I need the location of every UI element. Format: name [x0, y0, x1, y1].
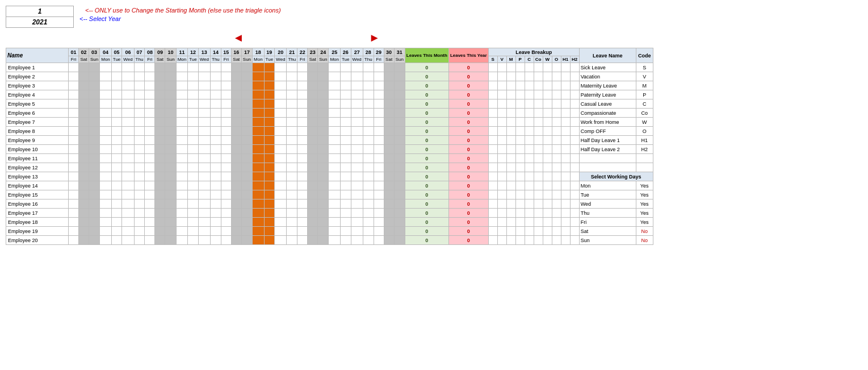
day-cell-emp4-day7[interactable]: [134, 90, 145, 99]
day-cell-emp16-day3[interactable]: [89, 199, 100, 209]
leave-code-cell-emp9-3[interactable]: [515, 136, 525, 145]
day-cell-emp20-day26[interactable]: [341, 236, 351, 245]
day-cell-emp13-day23[interactable]: [308, 172, 318, 181]
day-cell-emp16-day23[interactable]: [308, 199, 318, 209]
leave-code-cell-emp10-2[interactable]: [506, 145, 515, 154]
day-cell-emp7-day29[interactable]: [374, 118, 384, 127]
leave-code-cell-emp1-1[interactable]: [497, 63, 506, 72]
day-cell-emp16-day10[interactable]: [165, 199, 176, 209]
day-cell-emp10-day31[interactable]: [394, 145, 405, 154]
leave-code-cell-emp14-0[interactable]: [488, 181, 497, 190]
day-cell-emp5-day7[interactable]: [134, 99, 145, 109]
day-cell-emp4-day1[interactable]: [69, 90, 79, 99]
leave-code-cell-emp2-9[interactable]: [570, 72, 579, 81]
day-cell-emp12-day28[interactable]: [363, 163, 374, 172]
day-cell-emp17-day26[interactable]: [341, 209, 351, 218]
day-cell-emp3-day4[interactable]: [100, 81, 112, 90]
day-cell-emp3-day5[interactable]: [111, 81, 122, 90]
leave-code-cell-emp1-0[interactable]: [488, 63, 497, 72]
leave-code-cell-emp4-2[interactable]: [506, 90, 515, 99]
leave-code-cell-emp7-8[interactable]: [561, 118, 570, 127]
day-cell-emp1-day30[interactable]: [384, 63, 394, 72]
day-cell-emp10-day15[interactable]: [221, 145, 231, 154]
leave-code-cell-emp14-6[interactable]: [543, 181, 552, 190]
leave-code-cell-emp10-5[interactable]: [534, 145, 543, 154]
leave-code-cell-emp15-3[interactable]: [515, 190, 525, 199]
day-cell-emp20-day28[interactable]: [363, 236, 374, 245]
day-cell-emp7-day17[interactable]: [241, 118, 252, 127]
day-cell-emp1-day13[interactable]: [198, 63, 210, 72]
day-cell-emp3-day8[interactable]: [145, 81, 155, 90]
day-cell-emp11-day7[interactable]: [134, 154, 145, 163]
day-cell-emp15-day14[interactable]: [211, 190, 221, 199]
day-cell-emp6-day6[interactable]: [122, 109, 134, 118]
day-cell-emp13-day16[interactable]: [231, 172, 241, 181]
day-cell-emp2-day22[interactable]: [297, 72, 308, 81]
day-cell-emp11-day6[interactable]: [122, 154, 134, 163]
leave-code-cell-emp2-2[interactable]: [506, 72, 515, 81]
day-cell-emp20-day15[interactable]: [221, 236, 231, 245]
day-cell-emp18-day28[interactable]: [363, 218, 374, 227]
day-cell-emp3-day28[interactable]: [363, 81, 374, 90]
day-cell-emp1-day6[interactable]: [122, 63, 134, 72]
day-cell-emp7-day6[interactable]: [122, 118, 134, 127]
day-cell-emp9-day9[interactable]: [155, 136, 165, 145]
day-cell-emp12-day20[interactable]: [275, 163, 287, 172]
leave-code-cell-emp20-0[interactable]: [488, 236, 497, 245]
day-cell-emp18-day31[interactable]: [394, 218, 405, 227]
day-cell-emp6-day14[interactable]: [211, 109, 221, 118]
leave-code-cell-emp18-2[interactable]: [506, 218, 515, 227]
day-cell-emp17-day14[interactable]: [211, 209, 221, 218]
day-cell-emp3-day21[interactable]: [287, 81, 297, 90]
day-cell-emp10-day23[interactable]: [308, 145, 318, 154]
day-cell-emp20-day8[interactable]: [145, 236, 155, 245]
day-cell-emp10-day16[interactable]: [231, 145, 241, 154]
leave-code-cell-emp7-6[interactable]: [543, 118, 552, 127]
day-cell-emp3-day31[interactable]: [394, 81, 405, 90]
day-cell-emp2-day7[interactable]: [134, 72, 145, 81]
day-cell-emp14-day30[interactable]: [384, 181, 394, 190]
day-cell-emp8-day24[interactable]: [318, 127, 329, 136]
next-month-button[interactable]: ►: [369, 31, 380, 44]
leave-code-cell-emp1-9[interactable]: [570, 63, 579, 72]
day-cell-emp2-day27[interactable]: [351, 72, 363, 81]
day-cell-emp7-day2[interactable]: [79, 118, 89, 127]
day-cell-emp3-day2[interactable]: [79, 81, 89, 90]
day-cell-emp3-day23[interactable]: [308, 81, 318, 90]
leave-code-cell-emp3-4[interactable]: [525, 81, 534, 90]
day-cell-emp13-day20[interactable]: [275, 172, 287, 181]
day-cell-emp9-day26[interactable]: [341, 136, 351, 145]
day-cell-emp15-day19[interactable]: [264, 190, 275, 199]
leave-code-cell-emp11-0[interactable]: [488, 154, 497, 163]
day-cell-emp18-day1[interactable]: [69, 218, 79, 227]
day-cell-emp3-day20[interactable]: [275, 81, 287, 90]
day-cell-emp9-day10[interactable]: [165, 136, 176, 145]
day-cell-emp3-day16[interactable]: [231, 81, 241, 90]
day-cell-emp20-day21[interactable]: [287, 236, 297, 245]
day-cell-emp15-day4[interactable]: [100, 190, 112, 199]
day-cell-emp10-day19[interactable]: [264, 145, 275, 154]
day-cell-emp7-day11[interactable]: [176, 118, 188, 127]
day-cell-emp15-day17[interactable]: [241, 190, 252, 199]
day-cell-emp18-day15[interactable]: [221, 218, 231, 227]
day-cell-emp5-day25[interactable]: [329, 99, 341, 109]
day-cell-emp18-day16[interactable]: [231, 218, 241, 227]
day-cell-emp16-day24[interactable]: [318, 199, 329, 209]
day-cell-emp10-day20[interactable]: [275, 145, 287, 154]
day-cell-emp2-day8[interactable]: [145, 72, 155, 81]
day-cell-emp1-day27[interactable]: [351, 63, 363, 72]
day-cell-emp17-day8[interactable]: [145, 209, 155, 218]
day-cell-emp6-day18[interactable]: [253, 109, 265, 118]
leave-code-cell-emp1-8[interactable]: [561, 63, 570, 72]
day-cell-emp4-day2[interactable]: [79, 90, 89, 99]
leave-code-cell-emp20-2[interactable]: [506, 236, 515, 245]
leave-code-cell-emp12-7[interactable]: [552, 163, 561, 172]
day-cell-emp15-day7[interactable]: [134, 190, 145, 199]
day-cell-emp17-day15[interactable]: [221, 209, 231, 218]
day-cell-emp8-day11[interactable]: [176, 127, 188, 136]
day-cell-emp10-day18[interactable]: [253, 145, 265, 154]
day-cell-emp4-day18[interactable]: [253, 90, 265, 99]
day-cell-emp17-day12[interactable]: [188, 209, 199, 218]
leave-code-cell-emp19-5[interactable]: [534, 227, 543, 236]
leave-code-cell-emp12-6[interactable]: [543, 163, 552, 172]
